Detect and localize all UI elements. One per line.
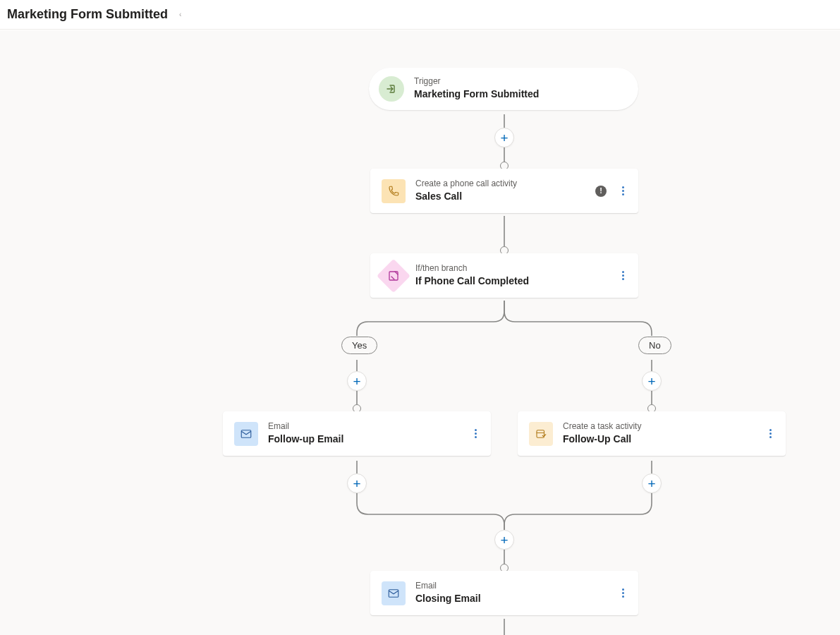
plus-icon: + — [500, 131, 508, 145]
closing-email-kicker: Email — [415, 581, 611, 592]
mail-icon — [234, 422, 258, 446]
sales-call-node[interactable]: Create a phone call activity Sales Call … — [370, 169, 638, 213]
plus-icon: + — [500, 533, 508, 547]
more-actions-button[interactable] — [619, 586, 627, 600]
closing-email-node[interactable]: Email Closing Email — [370, 571, 638, 615]
plus-icon: + — [353, 375, 360, 388]
connector-lines — [0, 43, 840, 635]
branch-node[interactable]: If/then branch If Phone Call Completed — [370, 253, 638, 298]
plus-icon: + — [647, 477, 655, 490]
more-actions-button[interactable] — [619, 268, 627, 283]
add-step-button[interactable]: + — [347, 473, 367, 493]
add-step-button[interactable]: + — [494, 128, 514, 147]
trigger-node[interactable]: Trigger Marketing Form Submitted — [369, 68, 638, 110]
add-step-button[interactable]: + — [347, 371, 367, 391]
more-actions-button[interactable] — [472, 426, 480, 441]
closing-email-title: Closing Email — [415, 592, 611, 606]
plus-icon: + — [647, 375, 655, 388]
phone-icon — [382, 179, 406, 203]
title-caret-icon: ‹ — [179, 11, 181, 18]
trigger-kicker: Trigger — [414, 76, 617, 87]
canvas-inner: Trigger Marketing Form Submitted + Creat… — [0, 43, 840, 635]
follow-up-call-node[interactable]: Create a task activity Follow-Up Call — [518, 411, 786, 456]
trigger-title: Marketing Form Submitted — [414, 87, 617, 102]
branch-no-label: No — [649, 340, 661, 351]
branch-yes-label: Yes — [352, 340, 367, 351]
more-actions-button[interactable] — [619, 183, 627, 198]
task-icon — [529, 422, 553, 446]
branch-icon — [377, 259, 410, 293]
follow-up-call-title: Follow-Up Call — [563, 433, 758, 447]
svg-rect-12 — [241, 430, 251, 437]
follow-up-email-title: Follow-up Email — [268, 433, 463, 447]
warning-badge[interactable]: ! — [595, 186, 607, 197]
mail-icon — [382, 581, 406, 605]
follow-up-email-kicker: Email — [268, 421, 463, 433]
page-title: Marketing Form Submitted — [7, 7, 168, 22]
branch-yes-pill[interactable]: Yes — [341, 337, 377, 354]
sales-call-title: Sales Call — [415, 190, 587, 204]
follow-up-email-node[interactable]: Email Follow-up Email — [223, 411, 491, 456]
exclamation-icon: ! — [599, 187, 602, 195]
branch-kicker: If/then branch — [415, 263, 611, 274]
sales-call-kicker: Create a phone call activity — [415, 179, 587, 190]
branch-title: If Phone Call Completed — [415, 274, 611, 289]
more-actions-button[interactable] — [767, 426, 774, 441]
add-step-button[interactable]: + — [494, 530, 514, 550]
branch-no-pill[interactable]: No — [638, 337, 671, 354]
plus-icon: + — [353, 477, 360, 490]
enter-icon — [379, 76, 404, 102]
flow-canvas[interactable]: Trigger Marketing Form Submitted + Creat… — [0, 30, 840, 635]
add-step-button[interactable]: + — [642, 473, 662, 493]
page-header: Marketing Form Submitted ‹ — [0, 0, 840, 30]
svg-rect-14 — [389, 589, 398, 597]
add-step-button[interactable]: + — [642, 371, 662, 391]
follow-up-call-kicker: Create a task activity — [563, 421, 758, 433]
